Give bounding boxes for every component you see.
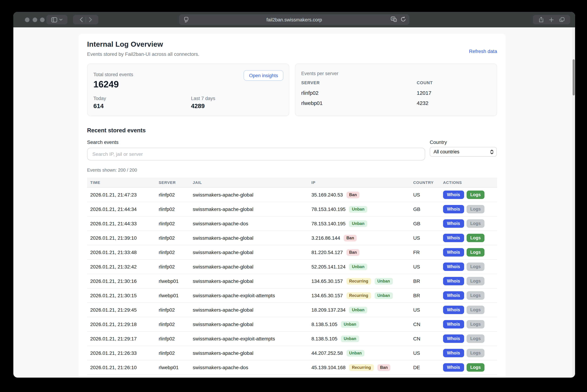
unban-badge: Unban xyxy=(346,350,365,356)
per-server-title: Events per server xyxy=(301,71,338,76)
nav-divider xyxy=(86,17,86,22)
cell-jail: swissmakers-apache-exploit-attempts xyxy=(190,336,308,342)
server-count: 4232 xyxy=(417,100,491,106)
ip-value: 78.153.140.195 xyxy=(311,221,346,226)
open-insights-button[interactable]: Open insights xyxy=(244,70,283,81)
cell-ip: 81.220.54.127Ban xyxy=(308,249,410,256)
whois-button[interactable]: Whois xyxy=(443,320,464,328)
toolbar-right-buttons xyxy=(533,15,570,24)
cell-actions: WhoisLogs xyxy=(440,234,497,242)
forward-button[interactable] xyxy=(89,17,92,22)
traffic-light-minimize-button[interactable] xyxy=(33,17,37,22)
logs-button[interactable]: Logs xyxy=(466,205,485,213)
tab-overview-icon[interactable] xyxy=(559,17,564,22)
whois-button[interactable]: Whois xyxy=(443,205,464,213)
cell-time: 2026.01.21, 21:29:45 xyxy=(87,307,156,313)
table-row: 2026.01.21, 21:33:48rlinfp02swissmakers-… xyxy=(87,245,497,260)
cell-ip: 134.65.30.157RecurringUnban xyxy=(308,292,410,299)
cell-country: US xyxy=(410,192,440,198)
logs-button[interactable]: Logs xyxy=(466,190,485,199)
cell-server: rlinfp02 xyxy=(156,336,190,342)
cell-jail: swissmakers-apache-global xyxy=(190,250,308,255)
cell-actions: WhoisLogs xyxy=(440,190,497,199)
server-name: rlinfp02 xyxy=(301,90,417,96)
nav-buttons xyxy=(73,15,98,24)
table-row: 2026.01.21, 21:44:34rlinfp02swissmakers-… xyxy=(87,202,497,216)
traffic-light-zoom-button[interactable] xyxy=(40,17,45,22)
server-count: 12017 xyxy=(417,90,491,96)
whois-button[interactable]: Whois xyxy=(443,291,464,300)
sidebar-toggle-button[interactable] xyxy=(46,15,68,24)
whois-button[interactable]: Whois xyxy=(443,349,464,357)
unban-badge: Unban xyxy=(349,264,367,270)
scrollbar-thumb[interactable] xyxy=(572,59,575,96)
recurring-badge: Recurring xyxy=(346,292,371,299)
cell-ip: 78.153.140.195Unban xyxy=(308,206,410,212)
country-select[interactable]: All countries xyxy=(430,147,497,156)
unban-badge: Unban xyxy=(349,206,367,212)
whois-button[interactable]: Whois xyxy=(443,306,464,314)
today-label: Today xyxy=(93,96,106,101)
translate-icon[interactable]: A x xyxy=(391,16,397,22)
cell-server: rlwebp01 xyxy=(156,293,190,298)
ban-badge: Ban xyxy=(377,364,390,371)
logs-button[interactable]: Logs xyxy=(466,320,485,328)
cell-ip: 52.205.141.124Unban xyxy=(308,264,410,270)
unban-badge: Unban xyxy=(375,292,393,299)
ip-value: 8.138.5.105 xyxy=(311,336,337,342)
logs-button[interactable]: Logs xyxy=(466,334,485,343)
logs-button[interactable]: Logs xyxy=(466,291,485,300)
cell-ip: 18.209.137.234Unban xyxy=(308,306,410,313)
browser-toolbar: fail2ban.swissmakers.corp A x xyxy=(13,12,575,27)
cell-actions: WhoisLogs xyxy=(440,291,497,300)
traffic-light-close-button[interactable] xyxy=(25,17,30,22)
cell-actions: WhoisLogs xyxy=(440,363,497,372)
cell-time: 2026.01.21, 21:26:33 xyxy=(87,350,156,356)
whois-button[interactable]: Whois xyxy=(443,277,464,285)
whois-button[interactable]: Whois xyxy=(443,334,464,343)
select-stepper-icon xyxy=(490,149,494,154)
column-header: COUNTRY xyxy=(410,180,440,184)
whois-button[interactable]: Whois xyxy=(443,219,464,228)
logs-button[interactable]: Logs xyxy=(466,262,485,271)
back-button[interactable] xyxy=(80,17,83,22)
cell-time: 2026.01.21, 21:44:33 xyxy=(87,221,156,226)
ip-value: 52.205.141.124 xyxy=(311,264,346,270)
ip-value: 18.209.137.234 xyxy=(311,307,346,313)
table-row: 2026.01.21, 21:26:10rlwebp01swissmakers-… xyxy=(87,360,497,375)
cell-country: US xyxy=(410,350,440,356)
logs-button[interactable]: Logs xyxy=(466,277,485,285)
whois-button[interactable]: Whois xyxy=(443,234,464,242)
sidebar-icon xyxy=(51,17,57,22)
cell-server: rlwebp01 xyxy=(156,278,190,284)
recent-events-title: Recent stored events xyxy=(87,127,146,134)
search-input[interactable] xyxy=(87,148,425,160)
per-server-rows: rlinfp0212017rlwebp014232 xyxy=(301,88,491,108)
new-tab-icon[interactable] xyxy=(549,17,553,22)
cell-jail: swissmakers-apache-global xyxy=(190,350,308,356)
whois-button[interactable]: Whois xyxy=(443,190,464,199)
total-events-value: 16249 xyxy=(93,79,119,90)
cell-server: rlinfp02 xyxy=(156,250,190,255)
logs-button[interactable]: Logs xyxy=(466,363,485,372)
whois-button[interactable]: Whois xyxy=(443,363,464,372)
cell-jail: swissmakers-apache-global xyxy=(190,278,308,284)
week-value: 4289 xyxy=(191,102,205,110)
per-server-row: rlinfp0212017 xyxy=(301,88,491,98)
logs-button[interactable]: Logs xyxy=(466,234,485,242)
cell-jail: swissmakers-apache-global xyxy=(190,192,308,198)
cell-time: 2026.01.21, 21:32:42 xyxy=(87,264,156,270)
logs-button[interactable]: Logs xyxy=(466,349,485,357)
events-table-header: TIMESERVERJAILIPCOUNTRYACTIONS xyxy=(87,178,497,188)
whois-button[interactable]: Whois xyxy=(443,262,464,271)
logs-button[interactable]: Logs xyxy=(466,306,485,314)
cell-jail: swissmakers-apache-global xyxy=(190,206,308,212)
whois-button[interactable]: Whois xyxy=(443,248,464,256)
reload-icon[interactable] xyxy=(401,16,406,22)
share-icon[interactable] xyxy=(539,17,543,22)
address-bar[interactable]: fail2ban.swissmakers.corp A x xyxy=(179,14,409,25)
logs-button[interactable]: Logs xyxy=(466,248,485,256)
refresh-data-link[interactable]: Refresh data xyxy=(469,48,497,54)
logs-button[interactable]: Logs xyxy=(466,219,485,228)
cell-ip: 134.65.30.157RecurringUnban xyxy=(308,278,410,284)
